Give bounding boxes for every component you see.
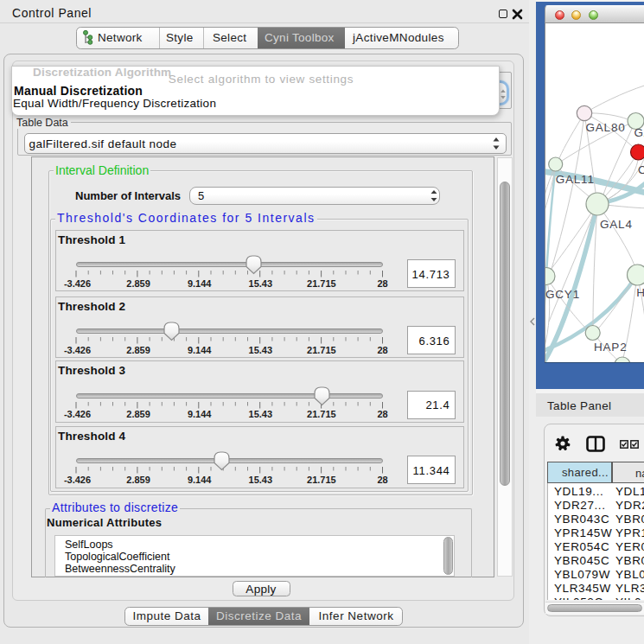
svg-text:H: H: [636, 286, 644, 299]
svg-text:C: C: [638, 163, 644, 176]
svg-text:GAL11: GAL11: [556, 173, 595, 186]
svg-text:GAL80: GAL80: [586, 121, 626, 134]
svg-text:GAL4: GAL4: [600, 218, 633, 231]
svg-text:GAL: GAL: [634, 126, 644, 139]
svg-text:HAP2: HAP2: [594, 341, 627, 354]
svg-text:GCY1: GCY1: [545, 288, 580, 301]
